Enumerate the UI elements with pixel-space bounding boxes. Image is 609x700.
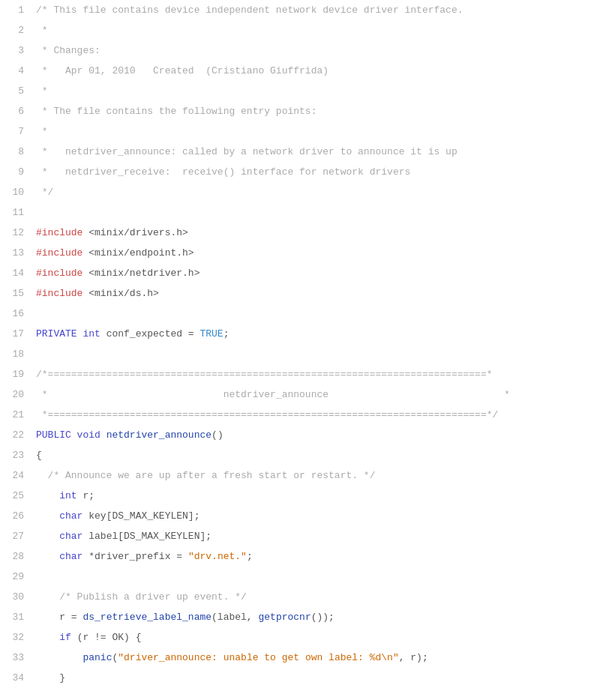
line-number: 25 [0, 486, 36, 506]
line-number: 17 [0, 324, 36, 344]
token-kw-include: #include [36, 227, 82, 238]
line-number: 32 [0, 627, 36, 648]
token-kw-func: netdriver_announce [106, 429, 212, 441]
token-kw-comment: * [36, 85, 48, 97]
code-line: 10 */ [0, 182, 609, 202]
code-line: 29 [0, 567, 609, 587]
token-normal: ; [247, 551, 253, 562]
token-normal [36, 510, 59, 522]
token-normal [36, 632, 59, 643]
token-kw-int: int [82, 328, 100, 340]
code-line: 13#include <minix/endpoint.h> [0, 243, 609, 263]
token-normal [100, 429, 106, 441]
token-kw-comment: * Changes: [36, 45, 100, 56]
line-number: 4 [0, 61, 36, 81]
token-kw-include: #include [36, 268, 82, 279]
token-normal: *driver_prefix = [82, 551, 188, 562]
code-line: 7 * [0, 121, 609, 142]
token-normal: { [36, 450, 42, 461]
code-line: 30 /* Publish a driver up event. */ [0, 587, 609, 607]
code-line: 31 r = ds_retrieve_label_name(label, get… [0, 607, 609, 627]
code-container: 1/* This file contains device independen… [0, 0, 609, 700]
token-string: "driver_announce: unable to get own labe… [118, 652, 398, 663]
token-normal [36, 551, 59, 562]
code-line: 14#include <minix/netdriver.h> [0, 263, 609, 283]
token-normal [36, 531, 59, 542]
token-normal: (label, [212, 612, 258, 623]
line-content: /* Announce we are up after a fresh star… [36, 465, 609, 486]
token-kw-comment: * netdriver_announce * [36, 389, 510, 400]
line-number: 26 [0, 506, 36, 526]
line-number: 6 [0, 101, 36, 121]
token-kw-comment: /*======================================… [36, 369, 493, 380]
line-number: 8 [0, 142, 36, 162]
code-line: 15#include <minix/ds.h> [0, 283, 609, 304]
code-line: 19/*====================================… [0, 364, 609, 384]
code-line: 17PRIVATE int conf_expected = TRUE; [0, 324, 609, 344]
line-number: 21 [0, 405, 36, 425]
line-content: if (r != OK) { [36, 627, 609, 648]
line-content: panic("driver_announce: unable to get ow… [36, 648, 609, 668]
line-number: 19 [0, 364, 36, 384]
line-content: * netdriver_receive: receive() interface… [36, 162, 609, 182]
token-normal [36, 490, 59, 501]
token-normal: , r); [399, 652, 428, 663]
line-content: char *driver_prefix = "drv.net."; [36, 546, 609, 567]
token-kw-comment: *=======================================… [36, 409, 498, 420]
line-content: * [36, 20, 609, 40]
line-number: 1 [0, 0, 36, 20]
line-number: 18 [0, 344, 36, 364]
code-line: 27 char label[DS_MAX_KEYLEN]; [0, 526, 609, 546]
code-line: 2 * [0, 20, 609, 40]
line-content [36, 304, 609, 324]
token-kw-private: PRIVATE [36, 328, 82, 340]
line-number: 30 [0, 587, 36, 607]
line-content: char key[DS_MAX_KEYLEN]; [36, 506, 609, 526]
token-normal: conf_expected = [100, 328, 200, 340]
line-content: #include <minix/netdriver.h> [36, 263, 609, 283]
line-number: 12 [0, 223, 36, 243]
token-normal: () [212, 429, 224, 441]
line-number: 7 [0, 121, 36, 142]
line-content: } [36, 668, 609, 688]
token-kw-public-kw: PUBLIC [36, 429, 77, 441]
token-kw-comment: * [36, 126, 48, 137]
token-normal: r; [77, 490, 94, 501]
token-normal: <minix/drivers.h> [82, 227, 188, 238]
code-line: 22PUBLIC void netdriver_announce() [0, 425, 609, 445]
line-content: r = ds_retrieve_label_name(label, getpro… [36, 607, 609, 627]
token-kw-comment: * netdriver_announce: called by a networ… [36, 146, 458, 157]
code-line: 23{ [0, 445, 609, 465]
token-kw-comment: * netdriver_receive: receive() interface… [36, 166, 410, 178]
line-content: char label[DS_MAX_KEYLEN]; [36, 526, 609, 546]
code-line: 3 * Changes: [0, 40, 609, 61]
token-normal [36, 652, 82, 663]
code-line: 24 /* Announce we are up after a fresh s… [0, 465, 609, 486]
code-line: 9 * netdriver_receive: receive() interfa… [0, 162, 609, 182]
code-line: 4 * Apr 01, 2010 Created (Cristiano Giuf… [0, 61, 609, 81]
line-content [36, 567, 609, 587]
line-content: * [36, 81, 609, 101]
line-content: * Apr 01, 2010 Created (Cristiano Giuffr… [36, 61, 609, 81]
line-content: *=======================================… [36, 405, 609, 425]
token-kw-comment: /* Announce we are up after a fresh star… [36, 470, 375, 481]
token-kw-void: void [77, 429, 100, 441]
line-number: 13 [0, 243, 36, 263]
line-number: 27 [0, 526, 36, 546]
line-content: * netdriver_announce * [36, 384, 609, 405]
token-kw-char: char [59, 510, 82, 522]
code-line: 11 [0, 202, 609, 223]
token-kw-comment: * Apr 01, 2010 Created (Cristiano Giuffr… [36, 65, 328, 76]
token-normal: <minix/ds.h> [82, 288, 158, 299]
code-line: 25 int r; [0, 486, 609, 506]
token-kw-func: getprocnr [258, 612, 310, 623]
token-normal: (r != OK) { [71, 632, 142, 643]
line-content [36, 344, 609, 364]
line-content: * The file contains the following entry … [36, 101, 609, 121]
line-content: PRIVATE int conf_expected = TRUE; [36, 324, 609, 344]
token-kw-func: panic [82, 652, 112, 663]
line-number: 3 [0, 40, 36, 61]
line-content: * Changes: [36, 40, 609, 61]
token-kw-char: char [59, 551, 82, 562]
line-content: PUBLIC void netdriver_announce() [36, 425, 609, 445]
